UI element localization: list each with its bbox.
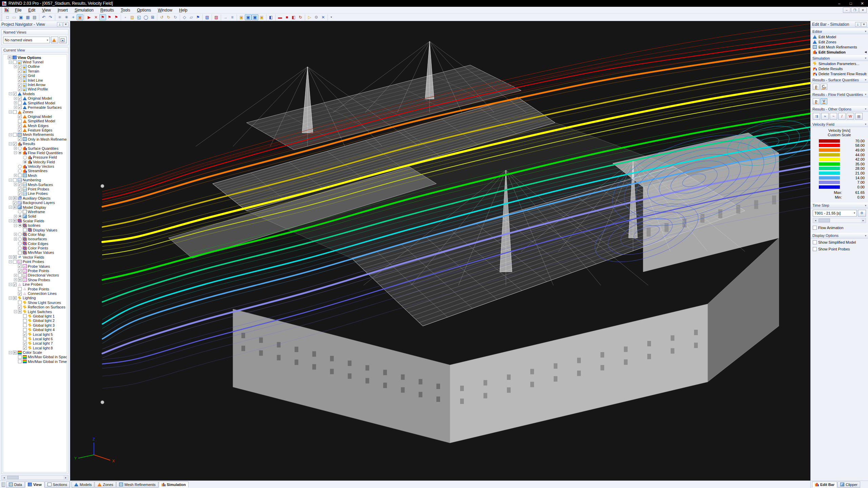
scroll-right-icon[interactable]: ▸	[63, 475, 68, 480]
collapse-icon[interactable]: ▾	[865, 234, 866, 237]
tree-item-pressure-field[interactable]: Pressure Field	[4, 155, 67, 160]
expand-toggle-icon[interactable]: +	[9, 197, 12, 200]
expand-toggle-icon[interactable]: −	[9, 260, 12, 263]
checkbox[interactable]	[18, 287, 22, 291]
word-report-button[interactable]: W	[847, 113, 854, 120]
radio-button[interactable]	[18, 169, 22, 173]
clipper-cube-dropdown-button[interactable]: ◧	[268, 14, 274, 20]
save-button[interactable]: ▣	[18, 14, 24, 20]
color-scale-edit-button[interactable]: ✕	[320, 14, 327, 20]
radio-button[interactable]	[23, 160, 27, 164]
menu-results[interactable]: Results	[97, 7, 117, 13]
radio-button[interactable]	[18, 242, 22, 245]
tree-item-point-probes[interactable]: ✓123Point Probes	[4, 187, 67, 191]
checkbox[interactable]	[23, 314, 27, 318]
expand-toggle-icon[interactable]: −	[9, 142, 12, 145]
flag-dropdown-button[interactable]: ⚑	[195, 14, 201, 20]
expand-toggle-icon[interactable]: +	[14, 233, 17, 236]
open-folder-button[interactable]: ▭	[11, 14, 18, 20]
checkbox[interactable]: ✓	[18, 69, 22, 73]
time-step-dropdown[interactable]: T001 - 21.55 [s] ▾	[813, 210, 857, 217]
tab-edit-bar[interactable]: Edit Bar	[812, 482, 837, 488]
expand-toggle-icon[interactable]: −	[9, 283, 12, 286]
expand-toggle-icon[interactable]: −	[9, 133, 12, 136]
radio-button[interactable]	[18, 246, 22, 250]
tree-item-local-light-7[interactable]: ✓Local light 7	[4, 341, 67, 346]
maximize-button[interactable]: □	[845, 0, 856, 7]
tree-item-min-max-global-in-space[interactable]: Min/Max Global in Space	[4, 355, 67, 359]
checkbox[interactable]: ✓	[13, 92, 17, 96]
tables-button[interactable]: ▦	[24, 14, 31, 20]
tree-item-simplified-model[interactable]: +Simplified Model	[4, 101, 67, 105]
menu-options[interactable]: Options	[134, 7, 154, 13]
expand-toggle-icon[interactable]: +	[14, 274, 17, 277]
expand-toggle-icon[interactable]: −	[9, 297, 12, 300]
tree-item-numbering[interactable]: −123Numbering	[4, 178, 67, 182]
checkbox[interactable]: ✓	[18, 124, 22, 127]
checkbox[interactable]: ✓	[18, 83, 22, 87]
redo-button[interactable]: ↷	[47, 14, 54, 20]
tab-simulation[interactable]: Simulation	[159, 482, 189, 488]
expand-toggle-icon[interactable]: +	[14, 65, 17, 68]
collapse-icon[interactable]: ▾	[865, 123, 866, 126]
tree-item-mesh[interactable]: +Mesh	[4, 173, 67, 178]
tree-item-line-probes[interactable]: ✓123Line Probes	[4, 191, 67, 196]
checkbox[interactable]: ✓	[18, 187, 22, 191]
tree-item-probe-points[interactable]: ✓12Probe Points	[4, 268, 67, 273]
tree-item-directional-vectors[interactable]: +12Directional Vectors	[4, 273, 67, 278]
menu-help[interactable]: Help	[176, 7, 191, 13]
isosurface-button[interactable]: ≈	[821, 113, 829, 120]
stop-simulation-button[interactable]: ✕	[93, 14, 99, 20]
tree-item-show-light-sources[interactable]: Show Light Sources	[4, 300, 67, 305]
tree-item-color-map[interactable]: +Color Map	[4, 232, 67, 237]
surface-button-cp[interactable]: Cp	[821, 84, 827, 90]
settings-button[interactable]: ⚙	[313, 14, 320, 20]
edit-bar-edit-zones[interactable]: Edit Zones	[811, 39, 868, 44]
expand-toggle-icon[interactable]: −	[9, 110, 12, 114]
checkbox[interactable]: ✓	[13, 283, 17, 286]
save-view-button[interactable]: ▦	[855, 113, 863, 120]
checkbox[interactable]: ✓	[23, 346, 27, 350]
tree-item-isolines[interactable]: −Isolines	[4, 223, 67, 227]
tree-item-connection-lines[interactable]: ✓△Connection Lines	[4, 291, 67, 296]
tree-item-display-values[interactable]: Display Values	[4, 228, 67, 232]
print-button[interactable]: ▤	[31, 14, 38, 20]
tree-item-wireframe[interactable]: Wireframe	[4, 209, 67, 214]
tree-item-global-light-2[interactable]: Global light 2	[4, 319, 67, 323]
collapse-icon[interactable]: ▾	[865, 107, 866, 110]
tree-item-scalar-fields[interactable]: −Scalar Fields	[4, 219, 67, 223]
radio-button[interactable]	[18, 151, 22, 155]
flow-lines-button[interactable]: ⇉	[813, 113, 820, 120]
tree-item-mesh-surfaces[interactable]: +✓123Mesh-Surfaces	[4, 182, 67, 187]
tree-horizontal-scrollbar[interactable]: ◂ ▸	[1, 475, 68, 480]
show-point-probes-checkbox[interactable]	[813, 247, 817, 251]
checkbox[interactable]	[23, 228, 27, 232]
tab-sections[interactable]: Sections	[45, 482, 70, 488]
tree-item-min-max-global-in-time[interactable]: Min/Max Global in Time	[4, 359, 67, 364]
radio-button[interactable]	[18, 210, 22, 214]
slice-plane-handle[interactable]	[101, 401, 104, 404]
tree-item-local-light-5[interactable]: ✓Local light 5	[4, 332, 67, 337]
checkbox[interactable]	[13, 110, 17, 114]
checkbox[interactable]	[18, 301, 22, 304]
chart-diagonal-button[interactable]: /	[838, 113, 846, 120]
child-restore-button[interactable]: ❐	[851, 7, 859, 13]
tree-item-outline[interactable]: +✓Outline	[4, 64, 67, 69]
velocity-field-scene[interactable]: XYZ	[70, 21, 810, 481]
tree-item-zones[interactable]: −Zones	[4, 110, 67, 114]
undo-button[interactable]: ↶	[40, 14, 47, 20]
section-half-button[interactable]: ◧	[290, 14, 297, 20]
tree-item-surface-quantities[interactable]: +Surface Quantities	[4, 146, 67, 150]
zoom-fit-button[interactable]: ⊞	[149, 14, 156, 20]
expand-toggle-icon[interactable]: −	[14, 224, 17, 227]
view-options-box[interactable]	[8, 56, 12, 59]
menu-file[interactable]: File	[12, 7, 25, 13]
menu-tools[interactable]: Tools	[117, 7, 134, 13]
scroll-left-icon[interactable]: ◂	[2, 475, 6, 480]
wireframe-box-button[interactable]: ▫	[122, 14, 129, 20]
zone-box-button[interactable]: ▣	[77, 14, 83, 20]
tab-clipper[interactable]: Clipper	[837, 482, 860, 488]
tree-item-model-display[interactable]: −Model Display	[4, 205, 67, 209]
collapse-icon[interactable]: ▾	[865, 57, 866, 60]
tree-item-streamlines[interactable]: Streamlines	[4, 169, 67, 173]
